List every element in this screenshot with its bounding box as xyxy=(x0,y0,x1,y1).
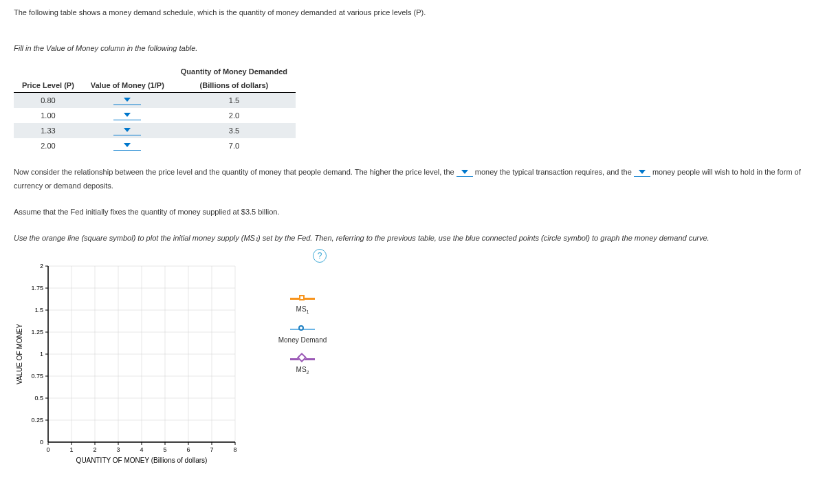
col1-header: Price Level (P) xyxy=(14,78,82,93)
diamond-symbol-icon xyxy=(290,355,315,363)
cell-p: 1.00 xyxy=(14,108,82,123)
svg-text:0.5: 0.5 xyxy=(34,395,43,402)
value-of-money-dropdown[interactable] xyxy=(113,96,141,105)
svg-text:1.5: 1.5 xyxy=(34,307,43,314)
cell-q: 3.5 xyxy=(173,123,296,138)
col3-header-top: Quantity of Money Demanded xyxy=(173,65,296,78)
chart-svg: 2 1.75 1.5 1.25 1 0.75 0.5 0.25 0 0 1 2 … xyxy=(14,259,254,472)
table-row: 0.80 1.5 xyxy=(14,93,296,109)
chart-area[interactable]: 2 1.75 1.5 1.25 1 0.75 0.5 0.25 0 0 1 2 … xyxy=(14,259,254,472)
cell-q: 2.0 xyxy=(173,108,296,123)
legend-ms2[interactable]: MS2 xyxy=(275,355,330,375)
value-of-money-dropdown[interactable] xyxy=(113,126,141,135)
cell-p: 1.33 xyxy=(14,123,82,138)
legend-money-demand[interactable]: Money Demand xyxy=(275,325,330,344)
y-axis-label: VALUE OF MONEY xyxy=(16,323,23,384)
svg-text:0: 0 xyxy=(40,439,43,446)
cell-q: 7.0 xyxy=(173,138,296,153)
x-axis-label: QUANTITY OF MONEY (Billions of dollars) xyxy=(76,457,208,464)
relationship-paragraph: Now consider the relationship between th… xyxy=(14,166,811,193)
blank-dropdown-1[interactable] xyxy=(456,168,473,177)
svg-text:0.75: 0.75 xyxy=(31,373,43,380)
help-icon[interactable]: ? xyxy=(313,249,327,263)
svg-text:1: 1 xyxy=(69,446,73,453)
svg-text:2: 2 xyxy=(93,446,96,453)
svg-text:0.25: 0.25 xyxy=(31,417,43,424)
svg-text:5: 5 xyxy=(163,446,166,453)
col2-header: Value of Money (1/P) xyxy=(82,78,173,93)
svg-text:4: 4 xyxy=(140,446,143,453)
svg-text:2: 2 xyxy=(40,263,43,270)
svg-text:6: 6 xyxy=(186,446,190,453)
table-row: 2.00 7.0 xyxy=(14,138,296,153)
assume-text: Assume that the Fed initially fixes the … xyxy=(14,206,811,219)
svg-text:1.75: 1.75 xyxy=(31,285,43,292)
fill-instruction: Fill in the Value of Money column in the… xyxy=(14,44,811,52)
intro-text: The following table shows a money demand… xyxy=(14,8,811,17)
table-row: 1.00 2.0 xyxy=(14,108,296,123)
chart-legend: MS1 Money Demand MS2 xyxy=(275,283,330,386)
svg-text:1: 1 xyxy=(40,351,43,358)
value-of-money-dropdown[interactable] xyxy=(113,141,141,151)
circle-symbol-icon xyxy=(290,325,315,333)
money-demand-table: Quantity of Money Demanded Price Level (… xyxy=(14,65,296,153)
svg-text:8: 8 xyxy=(233,446,236,453)
svg-text:7: 7 xyxy=(210,446,213,453)
square-symbol-icon xyxy=(290,294,315,303)
svg-text:1.25: 1.25 xyxy=(31,329,43,336)
value-of-money-dropdown[interactable] xyxy=(113,111,141,120)
plot-instruction: Use the orange line (square symbol) to p… xyxy=(14,232,811,245)
svg-text:3: 3 xyxy=(116,446,120,453)
svg-text:0: 0 xyxy=(46,446,50,453)
blank-dropdown-2[interactable] xyxy=(634,168,650,177)
table-row: 1.33 3.5 xyxy=(14,123,296,138)
legend-ms1[interactable]: MS1 xyxy=(275,294,330,314)
col3-header-sub: (Billions of dollars) xyxy=(173,78,296,93)
cell-p: 0.80 xyxy=(14,93,82,109)
cell-q: 1.5 xyxy=(173,93,296,109)
cell-p: 2.00 xyxy=(14,138,82,153)
